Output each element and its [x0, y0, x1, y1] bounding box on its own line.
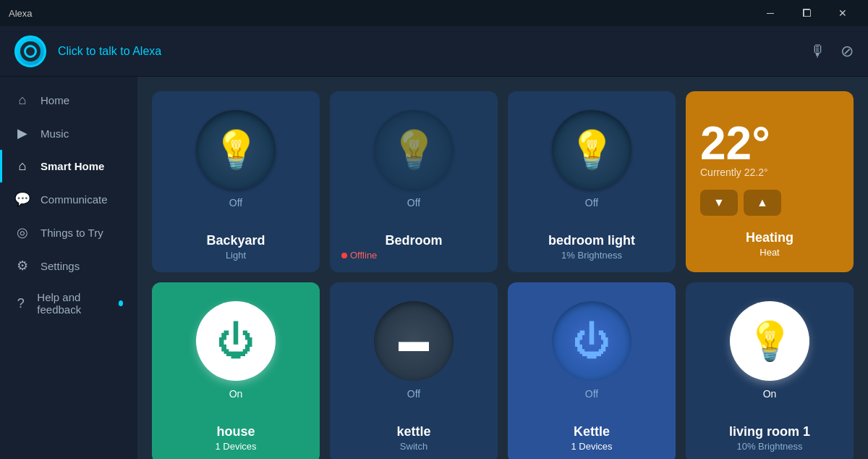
alexa-ring-icon — [24, 45, 37, 58]
sidebar-label-settings: Settings — [41, 260, 80, 272]
device-card-backyard[interactable]: 💡 Off Backyard Light — [152, 91, 320, 272]
app-title: Alexa — [9, 8, 33, 19]
sidebar-item-communicate[interactable]: 💬 Communicate — [0, 182, 137, 216]
sidebar-label-things: Things to Try — [41, 227, 103, 239]
close-button[interactable]: ✕ — [826, 0, 859, 26]
device-icon-bedroom-light: 💡 — [552, 110, 631, 190]
backyard-type: Light — [163, 250, 308, 261]
sidebar-item-music[interactable]: ▶ Music — [0, 117, 137, 150]
sidebar-label-communicate: Communicate — [41, 193, 108, 206]
offline-dot-icon — [341, 253, 347, 258]
sidebar-item-home[interactable]: ⌂ Home — [0, 84, 137, 117]
house-card-bottom: house 1 Devices — [163, 424, 308, 452]
mic-icon[interactable]: 🎙 — [810, 42, 826, 61]
header-icons: 🎙 ⊘ — [810, 42, 854, 61]
things-icon: ◎ — [14, 224, 30, 240]
sidebar-item-smart-home[interactable]: ⌂ Smart Home — [0, 150, 137, 182]
house-type: 1 Devices — [163, 441, 308, 452]
device-icon-kettle: ▬ — [374, 301, 454, 381]
bedroom-light-type: 1% Brightness — [519, 250, 664, 261]
device-card-bedroom-light[interactable]: 💡 Off bedroom light 1% Brightness — [508, 91, 676, 272]
heating-name: Heating — [700, 230, 839, 245]
temp-decrease-button[interactable]: ▼ — [700, 190, 738, 216]
communicate-icon: 💬 — [14, 191, 30, 207]
heating-temp: 22° — [700, 120, 770, 167]
main-layout: ⌂ Home ▶ Music ⌂ Smart Home 💬 Communicat… — [0, 77, 868, 459]
alexa-logo-inner — [20, 41, 41, 62]
sidebar-item-help[interactable]: ? Help and feedback — [0, 282, 137, 324]
device-grid: 💡 Off Backyard Light 💡 Off Bedroom — [152, 91, 854, 459]
sidebar-label-music: Music — [41, 127, 69, 140]
power-on-icon: ⏻ — [217, 319, 255, 363]
bedroom-status: Off — [407, 197, 420, 209]
bedroom-name: Bedroom — [341, 233, 486, 248]
backyard-name: Backyard — [163, 233, 308, 248]
title-bar-left: Alexa — [9, 8, 33, 19]
device-card-living-room[interactable]: 💡 On living room 1 10% Brightness — [686, 282, 854, 459]
header-left: Click to talk to Alexa — [14, 35, 161, 67]
title-bar-controls: ─ ⧠ ✕ — [754, 0, 859, 26]
kettle2-name: Kettle — [519, 424, 664, 439]
device-icon-bedroom: 💡 — [374, 110, 454, 190]
living-room-name: living room 1 — [697, 424, 842, 439]
click-to-talk-label[interactable]: Click to talk to Alexa — [58, 45, 161, 58]
heating-controls: ▼ ▲ — [700, 190, 781, 216]
bulb-white-icon: 💡 — [746, 319, 793, 363]
alexa-logo[interactable] — [14, 35, 46, 67]
device-icon-house: ⏻ — [196, 301, 276, 381]
device-card-bedroom[interactable]: 💡 Off Bedroom Offline — [330, 91, 498, 272]
bedroom-type: Offline — [341, 250, 486, 261]
sidebar-label-help: Help and feedback — [37, 291, 108, 316]
bedroom-light-card-bottom: bedroom light 1% Brightness — [519, 233, 664, 261]
cancel-icon[interactable]: ⊘ — [841, 42, 854, 61]
device-card-kettle2[interactable]: ⏻ Off Kettle 1 Devices — [508, 282, 676, 459]
house-name: house — [163, 424, 308, 439]
music-icon: ▶ — [14, 125, 30, 141]
sidebar-label-home: Home — [41, 94, 69, 106]
bulb-icon: 💡 — [213, 128, 260, 172]
house-status: On — [229, 388, 243, 400]
smart-home-icon: ⌂ — [14, 159, 30, 174]
switch-icon: ▬ — [399, 324, 429, 358]
device-card-heating[interactable]: 22° Currently 22.2° ▼ ▲ Heating Heat — [686, 91, 854, 272]
living-room-card-bottom: living room 1 10% Brightness — [697, 424, 842, 452]
sidebar-item-things-to-try[interactable]: ◎ Things to Try — [0, 216, 137, 249]
kettle-status: Off — [407, 388, 420, 400]
device-icon-backyard: 💡 — [196, 110, 276, 190]
heating-card-bottom: Heating Heat — [700, 230, 839, 258]
kettle2-type: 1 Devices — [519, 441, 664, 452]
kettle-name: kettle — [341, 424, 486, 439]
kettle2-status: Off — [585, 388, 598, 400]
sidebar: ⌂ Home ▶ Music ⌂ Smart Home 💬 Communicat… — [0, 77, 137, 459]
kettle-type: Switch — [341, 441, 486, 452]
header: Click to talk to Alexa 🎙 ⊘ — [0, 26, 868, 77]
living-room-type: 10% Brightness — [697, 441, 842, 452]
device-card-house[interactable]: ⏻ On house 1 Devices — [152, 282, 320, 459]
device-icon-kettle2: ⏻ — [552, 301, 631, 381]
bedroom-light-status: Off — [585, 197, 598, 209]
sidebar-item-settings[interactable]: ⚙ Settings — [0, 249, 137, 282]
sidebar-label-smart-home: Smart Home — [41, 160, 104, 172]
help-icon: ? — [14, 296, 27, 311]
content-area: 💡 Off Backyard Light 💡 Off Bedroom — [137, 77, 868, 459]
power-blue-icon: ⏻ — [573, 319, 610, 363]
title-bar: Alexa ─ ⧠ ✕ — [0, 0, 868, 26]
device-card-kettle[interactable]: ▬ Off kettle Switch — [330, 282, 498, 459]
minimize-button[interactable]: ─ — [754, 0, 787, 26]
heating-type: Heat — [700, 247, 839, 258]
maximize-button[interactable]: ⧠ — [790, 0, 823, 26]
bedroom-card-bottom: Bedroom Offline — [341, 233, 486, 261]
heating-current-temp: Currently 22.2° — [700, 167, 768, 178]
bulb-dim-icon: 💡 — [391, 128, 438, 172]
home-icon: ⌂ — [14, 93, 30, 108]
settings-icon: ⚙ — [14, 258, 30, 274]
backyard-status: Off — [229, 197, 242, 209]
bedroom-light-name: bedroom light — [519, 233, 664, 248]
notification-dot — [119, 300, 123, 306]
device-icon-living-room: 💡 — [730, 301, 809, 381]
bulb-icon-2: 💡 — [569, 128, 616, 172]
temp-increase-button[interactable]: ▲ — [744, 190, 781, 216]
kettle2-card-bottom: Kettle 1 Devices — [519, 424, 664, 452]
kettle-card-bottom: kettle Switch — [341, 424, 486, 452]
living-room-status: On — [763, 388, 777, 400]
